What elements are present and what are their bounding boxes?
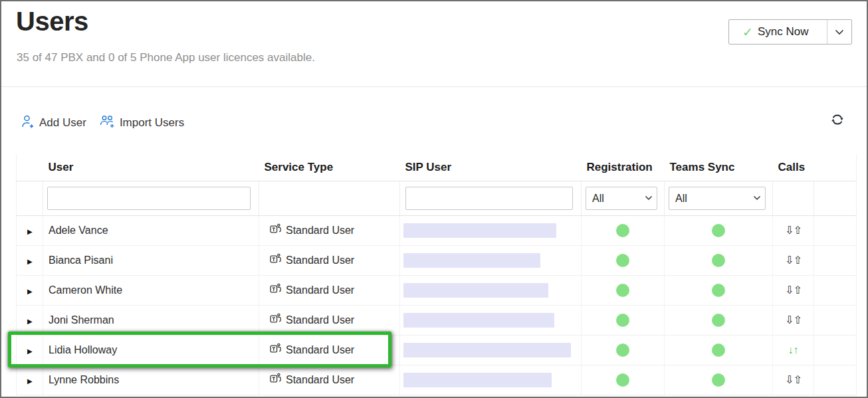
teams-sync-filter-select[interactable]: All <box>669 187 766 210</box>
table-row[interactable]: ▶ Cameron White Standard User <box>17 275 857 305</box>
sip-redacted-bar <box>403 343 571 357</box>
user-filter-input[interactable] <box>47 187 251 210</box>
calls-cell: ⇩⇧ <box>773 275 814 305</box>
calls-up-icon: ↑ <box>794 344 799 355</box>
registration-filter-select[interactable]: All <box>586 187 657 210</box>
calls-up-icon: ⇧ <box>794 254 802 266</box>
service-type-label: Standard User <box>286 344 354 356</box>
teams-logo-icon <box>270 253 281 267</box>
table-row[interactable]: ▶ Joni Sherman Standard User <box>17 305 857 335</box>
header-expander <box>17 154 43 181</box>
calls-cell: ⇩⇧ <box>773 365 814 395</box>
teams-logo-icon <box>270 223 281 237</box>
calls-up-icon: ⇧ <box>794 284 802 296</box>
header-registration: Registration <box>582 154 665 181</box>
teams-sync-status-dot <box>712 284 725 297</box>
import-users-icon <box>100 114 116 132</box>
calls-down-icon: ⇩ <box>785 374 793 385</box>
expand-row-button[interactable]: ▶ <box>17 288 33 295</box>
service-type-label: Standard User <box>286 254 354 266</box>
calls-cell: ⇩⇧ <box>773 245 814 275</box>
add-user-button[interactable]: Add User <box>21 114 86 132</box>
teams-sync-status-dot <box>712 224 725 237</box>
registration-status-dot <box>616 314 629 327</box>
expand-row-button[interactable]: ▶ <box>17 258 33 265</box>
service-type-label: Standard User <box>286 225 354 237</box>
table-toolbar: Add User Import Users <box>21 113 184 133</box>
sync-now-button[interactable]: ✓ Sync Now <box>728 19 852 45</box>
users-page: Users 35 of 47 PBX and 0 of 5 Phone App … <box>0 0 868 398</box>
service-type-label: Standard User <box>286 314 354 326</box>
check-icon: ✓ <box>742 25 753 40</box>
licence-summary: 35 of 47 PBX and 0 of 5 Phone App user l… <box>17 51 315 64</box>
user-name: Bianca Pisani <box>43 245 259 275</box>
refresh-button[interactable] <box>829 113 845 129</box>
sync-now-label: Sync Now <box>758 25 809 39</box>
calls-down-icon: ↓ <box>788 344 794 355</box>
calls-cell: ⇩⇧ <box>773 215 814 245</box>
calls-down-icon: ⇩ <box>785 254 793 266</box>
user-name: Lynne Robbins <box>43 365 259 395</box>
teams-sync-status-dot <box>712 344 725 357</box>
header-sip-user: SIP User <box>400 154 582 181</box>
filter-row: All All <box>17 181 857 215</box>
teams-sync-status-dot <box>712 254 725 267</box>
expand-row-button[interactable]: ▶ <box>17 228 33 235</box>
sip-redacted-bar <box>403 223 556 238</box>
users-table: User Service Type SIP User Registration … <box>16 154 857 395</box>
table-row[interactable]: ▶ Lynne Robbins Standard User <box>17 365 857 395</box>
expand-row-button[interactable]: ▶ <box>17 377 33 385</box>
calls-cell: ⇩⇧ <box>773 305 814 335</box>
calls-up-icon: ⇧ <box>794 225 802 236</box>
teams-logo-icon <box>270 373 281 387</box>
sip-redacted-bar <box>403 253 540 268</box>
teams-sync-status-dot <box>712 314 725 327</box>
sip-redacted-bar <box>403 283 548 298</box>
registration-status-dot <box>616 344 629 357</box>
chevron-down-icon <box>835 26 844 38</box>
expand-row-button[interactable]: ▶ <box>17 348 33 355</box>
calls-cell: ↓↑ <box>773 335 814 365</box>
teams-sync-status-dot <box>712 373 725 387</box>
table-row[interactable]: ▶ Lidia Holloway Standard User <box>17 335 857 365</box>
calls-down-icon: ⇩ <box>785 284 793 296</box>
user-name: Joni Sherman <box>43 305 259 335</box>
teams-logo-icon <box>270 343 281 357</box>
expand-row-button[interactable]: ▶ <box>17 318 33 325</box>
calls-down-icon: ⇩ <box>785 225 793 236</box>
add-user-icon <box>21 114 35 132</box>
registration-status-dot <box>616 284 629 297</box>
sip-user-filter-input[interactable] <box>405 187 573 210</box>
teams-logo-icon <box>270 313 281 327</box>
teams-logo-icon <box>270 283 281 297</box>
header-teams-sync: Teams Sync <box>665 154 773 181</box>
table-header-row: User Service Type SIP User Registration … <box>17 154 857 181</box>
header-calls: Calls <box>773 154 814 181</box>
add-user-label: Add User <box>39 116 86 130</box>
header-service-type: Service Type <box>259 154 400 181</box>
service-type-label: Standard User <box>286 284 354 296</box>
refresh-icon <box>830 112 845 130</box>
calls-down-icon: ⇩ <box>785 314 793 326</box>
table-row[interactable]: ▶ Bianca Pisani Standard User <box>17 245 857 275</box>
import-users-label: Import Users <box>120 116 184 130</box>
header-divider <box>1 86 867 87</box>
calls-up-icon: ⇧ <box>794 374 802 385</box>
table-row[interactable]: ▶ Adele Vance Standard User <box>17 215 857 245</box>
registration-status-dot <box>616 254 629 267</box>
user-name: Cameron White <box>43 275 259 305</box>
calls-up-icon: ⇧ <box>794 314 802 326</box>
user-name: Adele Vance <box>43 215 259 245</box>
user-name: Lidia Holloway <box>43 335 259 365</box>
registration-status-dot <box>616 373 629 387</box>
service-type-label: Standard User <box>286 374 354 386</box>
sync-now-dropdown-toggle[interactable] <box>827 20 851 44</box>
header-spacer <box>814 154 857 181</box>
sip-redacted-bar <box>403 313 554 328</box>
page-title: Users <box>16 7 88 37</box>
header-user: User <box>43 154 259 181</box>
import-users-button[interactable]: Import Users <box>100 114 184 132</box>
sip-redacted-bar <box>403 373 552 387</box>
registration-status-dot <box>616 224 629 237</box>
